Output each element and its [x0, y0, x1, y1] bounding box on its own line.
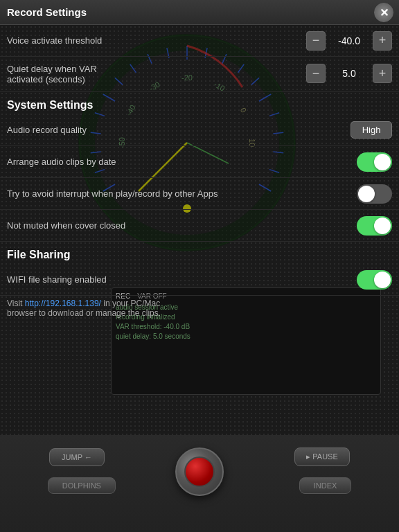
not-muted-toggle[interactable] [357, 216, 392, 236]
avoid-interrupt-control[interactable] [357, 184, 392, 204]
avoid-interrupt-row: Try to avoid interrupt when play/record … [0, 178, 399, 210]
file-sharing-header: File Sharing [0, 242, 399, 264]
audio-quality-row: Audio record quality High [0, 114, 399, 146]
avoid-interrupt-track [357, 184, 392, 204]
not-muted-track [357, 216, 392, 236]
quiet-delay-label: Quiet delay when VAR activated (seconds) [7, 64, 306, 85]
wifi-sharing-track [357, 270, 392, 290]
arrange-clips-track [357, 152, 392, 172]
wifi-sharing-toggle[interactable] [357, 270, 392, 290]
not-muted-thumb [374, 218, 391, 234]
not-muted-row: Not muted when cover closed [0, 210, 399, 242]
voice-threshold-row: Voice activate threshold − -40.0 + [0, 25, 399, 57]
dolphins-button[interactable]: DOLPHINS [48, 477, 116, 494]
arrange-clips-control[interactable] [357, 152, 392, 172]
not-muted-control[interactable] [357, 216, 392, 236]
voice-threshold-control: − -40.0 + [306, 31, 392, 51]
audio-quality-control: High [351, 121, 392, 139]
bottom-bar: JUMP ← ▸ PAUSE DOLPHINS INDEX [0, 435, 399, 532]
quiet-delay-value: 5.0 [328, 68, 370, 79]
audio-quality-label: Audio record quality [7, 125, 351, 135]
visit-url-text: Visit http://192.168.1.139/ in your PC/M… [0, 296, 399, 325]
arrange-clips-label: Arrange audio clips by date [7, 157, 357, 167]
jump-back-button[interactable]: JUMP ← [49, 448, 105, 466]
index-button[interactable]: INDEX [299, 477, 352, 494]
not-muted-label: Not muted when cover closed [7, 220, 357, 231]
record-button-inner [184, 456, 215, 487]
avoid-interrupt-toggle[interactable] [357, 184, 392, 204]
audio-quality-button[interactable]: High [351, 121, 392, 139]
voice-threshold-label: Voice activate threshold [7, 35, 306, 46]
quiet-delay-plus[interactable]: + [373, 64, 392, 83]
pause-button[interactable]: ▸ PAUSE [294, 447, 350, 466]
arrange-clips-toggle[interactable] [357, 152, 392, 172]
voice-threshold-minus[interactable]: − [306, 31, 326, 51]
wifi-sharing-control[interactable] [357, 270, 392, 290]
settings-header: Record Settings ✕ [0, 0, 399, 25]
avoid-interrupt-thumb [358, 186, 375, 202]
quiet-delay-control: − 5.0 + [306, 64, 392, 83]
wifi-sharing-row: WIFI file sharing enabled [0, 264, 399, 296]
header-title: Record Settings [7, 6, 87, 18]
voice-threshold-value: -40.0 [328, 35, 370, 46]
wifi-sharing-label: WIFI file sharing enabled [7, 274, 357, 285]
quiet-delay-row: Quiet delay when VAR activated (seconds)… [0, 57, 399, 92]
system-settings-header: System Settings [0, 92, 399, 114]
record-button-outer[interactable] [175, 447, 224, 496]
visit-url-link[interactable]: http://192.168.1.139/ [25, 299, 101, 308]
arrange-clips-row: Arrange audio clips by date [0, 146, 399, 178]
record-button-container[interactable] [175, 447, 224, 496]
file-sharing-section: File Sharing WIFI file sharing enabled V… [0, 242, 399, 325]
close-button[interactable]: ✕ [374, 3, 393, 22]
avoid-interrupt-label: Try to avoid interrupt when play/record … [7, 188, 357, 199]
wifi-sharing-thumb [374, 272, 391, 288]
voice-threshold-plus[interactable]: + [373, 31, 392, 51]
arrange-clips-thumb [374, 154, 391, 170]
quiet-delay-minus[interactable]: − [306, 64, 326, 83]
